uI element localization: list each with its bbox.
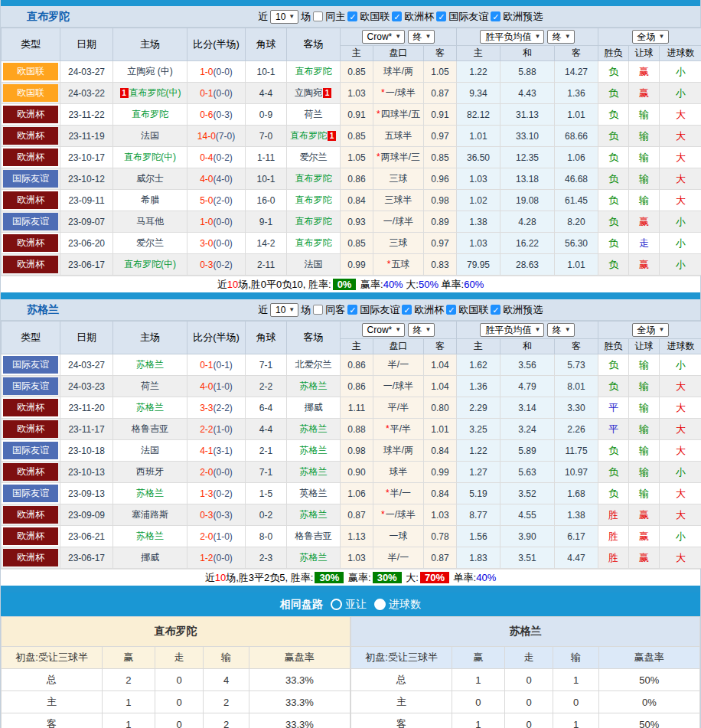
league-checkbox[interactable]: ✓	[347, 305, 357, 315]
red-card-badge: 1	[120, 88, 129, 98]
result-handicap: 输	[629, 126, 660, 147]
result-handicap: 输	[629, 354, 660, 376]
result-goals: 大	[660, 190, 701, 211]
odds-away: 0.96	[424, 168, 457, 190]
home-team: 直布罗陀(中)	[124, 259, 176, 269]
match-row: 欧洲杯23-09-11希腊5-0(2-0)16-0直布罗陀0.84三球半0.98…	[2, 190, 701, 211]
half-score: (0-0)	[214, 553, 233, 563]
corner-score: 2-3	[246, 547, 287, 569]
compare-cell: 0	[155, 669, 204, 691]
league-checkbox[interactable]: ✓	[491, 11, 500, 21]
score: 5-0	[200, 195, 213, 206]
avg-final-select[interactable]: 终▼	[547, 323, 575, 337]
away-team: 爱尔兰	[300, 152, 328, 162]
home-team-cell: 1直布罗陀(中)	[113, 83, 187, 104]
handicap: 平/半	[373, 397, 424, 419]
asian-handicap-radio[interactable]: 亚让	[331, 598, 367, 612]
same-venue-checkbox[interactable]	[313, 11, 323, 21]
recent-count-select[interactable]: 10▼	[270, 10, 298, 24]
result-goals: 大	[660, 126, 701, 147]
compare-cell: 0%	[598, 691, 699, 713]
league-checkbox[interactable]: ✓	[491, 305, 500, 315]
odds-company-select[interactable]: Crow*▼	[362, 30, 406, 44]
live-star-icon: *	[377, 109, 380, 119]
avg-home: 1.02	[457, 190, 500, 211]
odds-away: 1.01	[424, 419, 457, 440]
away-team-cell: 英格兰	[287, 483, 341, 504]
league-filter-label: 国际友谊	[360, 303, 399, 317]
handicap: 一/球半	[373, 211, 424, 233]
result-wdl: 负	[598, 483, 629, 504]
odds-away: 0.84	[424, 483, 457, 504]
score-cell: 2-0(0-0)	[187, 462, 246, 483]
corner-score: 2-2	[246, 376, 287, 397]
avg-home: 1.83	[457, 547, 500, 569]
odds-home: 1.03	[341, 547, 373, 569]
home-team-cell: 法国	[113, 126, 187, 147]
same-venue-checkbox[interactable]	[313, 305, 323, 315]
league-checkbox[interactable]: ✓	[347, 11, 357, 21]
league-checkbox[interactable]: ✓	[392, 11, 402, 21]
compare-cell: 2	[204, 713, 249, 728]
avg-type-select[interactable]: 胜平负均值▼	[480, 323, 544, 337]
odds-final-select[interactable]: 终▼	[408, 323, 435, 337]
scope-select[interactable]: 全场▼	[632, 30, 669, 44]
score: 0-1	[200, 88, 213, 99]
top-blue-bar	[1, 0, 700, 6]
half-score: (0-2)	[214, 260, 233, 270]
goals-radio[interactable]: 进球数	[374, 598, 421, 612]
league-badge: 欧洲杯	[3, 127, 58, 145]
result-goals: 大	[660, 483, 701, 504]
result-wdl: 负	[598, 104, 629, 126]
score-cell: 0-3(0-2)	[187, 254, 246, 276]
odds-home: 0.99	[341, 254, 373, 276]
column-header: 胜负	[598, 46, 629, 61]
avg-type-select[interactable]: 胜平负均值▼	[480, 30, 544, 44]
recent-count-select[interactable]: 10▼	[270, 303, 298, 317]
compare-team-title: 苏格兰	[351, 617, 700, 647]
match-row: 欧洲杯23-09-09塞浦路斯0-3(0-3)0-2苏格兰0.87*一/球半1.…	[2, 504, 701, 526]
column-header: 让球	[629, 339, 660, 354]
handicap: 球半/两	[373, 440, 424, 462]
league-badge: 国际友谊	[3, 442, 58, 459]
away-team-cell: 苏格兰	[287, 504, 341, 526]
avg-final-select[interactable]: 终▼	[547, 30, 575, 44]
chevron-down-icon: ▼	[395, 31, 401, 42]
result-goals: 小	[660, 354, 701, 376]
avg-away: 8.01	[555, 376, 598, 397]
league-badge: 国际友谊	[3, 356, 58, 374]
result-goals: 小	[660, 462, 701, 483]
avg-draw: 33.10	[500, 126, 555, 147]
half-score: (0-0)	[214, 88, 233, 99]
compare-cell: 33.3%	[249, 691, 350, 713]
result-wdl: 负	[598, 440, 629, 462]
column-header: 客场	[287, 28, 341, 61]
scope-select[interactable]: 全场▼	[632, 323, 669, 337]
league-badge: 欧洲杯	[3, 149, 58, 166]
avg-home: 1.22	[457, 61, 500, 83]
corner-score: 2-1	[246, 440, 287, 462]
avg-draw: 3.56	[500, 354, 555, 376]
avg-home: 5.19	[457, 483, 500, 504]
odds-final-select[interactable]: 终▼	[408, 30, 435, 44]
league-badge: 欧国联	[3, 63, 58, 80]
odds-home: 0.90	[341, 462, 373, 483]
compare-cell: 主	[2, 691, 103, 713]
odds-company-select[interactable]: Crow*▼	[362, 323, 406, 337]
corner-score: 2-11	[246, 254, 287, 276]
league-badge: 欧洲杯	[3, 506, 58, 524]
league-badge: 国际友谊	[3, 377, 58, 395]
away-team-cell: 直布罗陀	[287, 233, 341, 254]
away-team-cell: 直布罗陀1	[287, 126, 341, 147]
avg-draw: 31.13	[500, 104, 555, 126]
handicap: 半/一	[373, 354, 424, 376]
away-team: 英格兰	[300, 488, 328, 498]
score-cell: 2-0(1-0)	[187, 526, 246, 547]
odds-home: 0.85	[341, 61, 373, 83]
compare-cell: 1	[452, 669, 504, 691]
odds-away: 1.05	[424, 61, 457, 83]
league-checkbox[interactable]: ✓	[446, 305, 456, 315]
league-checkbox[interactable]: ✓	[436, 11, 446, 21]
home-team: 威尔士	[136, 173, 164, 184]
league-checkbox[interactable]: ✓	[402, 305, 412, 315]
